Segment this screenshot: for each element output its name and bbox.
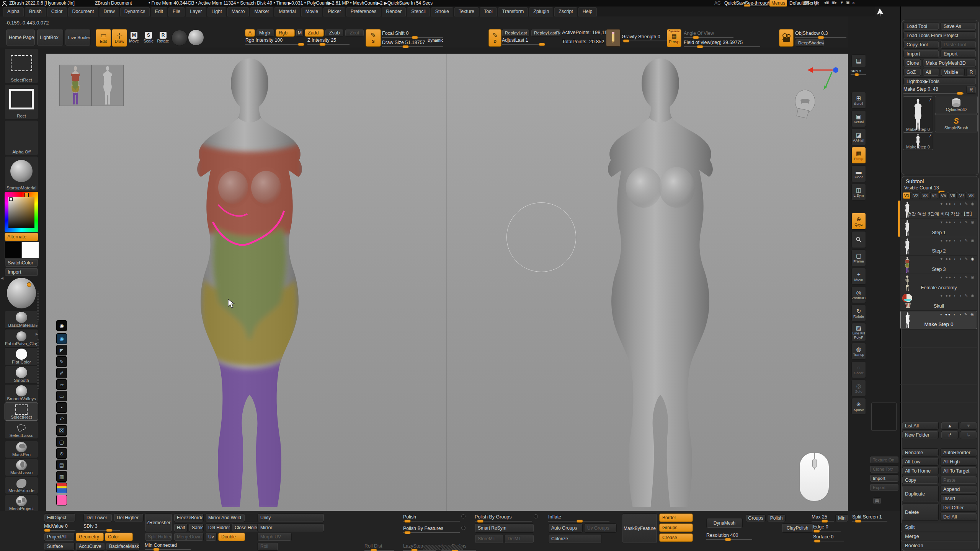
gravity-strength-knob[interactable] [623,39,629,42]
eye-icon[interactable]: ◉ [970,312,975,316]
menu-file[interactable]: File [168,7,185,16]
duplicate-button[interactable]: Duplicate [902,485,939,502]
scale-mode-button[interactable]: SScale [142,29,155,46]
menu-movie[interactable]: Movie [301,7,322,16]
split-screen-slider[interactable]: Split Screen 1 [852,514,887,522]
a-button[interactable]: A [245,29,255,37]
menu-preferences[interactable]: Preferences [346,7,381,16]
material-toggle-icon[interactable]: ◑ [959,238,962,243]
palette-view-button[interactable]: ◉ [56,333,67,344]
uvmap-icon[interactable]: ◐ [954,312,957,316]
brush-masklasso-tile[interactable]: MaskLasso [5,459,38,476]
del-higher-button[interactable]: Del Higher [114,514,144,522]
goz-r-button[interactable]: R [966,68,976,76]
menu-zplugin[interactable]: Zplugin [529,7,553,16]
brush-icon[interactable]: ✎ [965,238,969,243]
adjust-last-slider[interactable]: AdjustLast 1 [502,37,545,45]
local-button[interactable] [851,231,866,248]
mirror-button[interactable]: Mirror [257,523,324,532]
sv-cursor[interactable] [9,197,13,201]
dynamesh-button[interactable]: DynaMesh [706,518,743,528]
brush-icon[interactable]: ✎ [964,312,968,316]
stroke-curve-button[interactable]: ✎S [366,29,381,47]
polish-by-features-toggle[interactable] [461,526,466,530]
flipdown-icon[interactable]: ▾ [940,312,943,316]
zoom3d-button[interactable]: ◎Zoom3D [851,286,866,303]
polypaint-icon[interactable]: ●● [946,202,952,206]
material-toggle-icon[interactable]: ◑ [959,257,962,261]
material-toggle-icon[interactable]: ◑ [959,312,962,316]
polish-mode-toggle[interactable] [461,514,466,518]
clay-polish-button[interactable]: ClayPolish [782,523,813,533]
dynamic-brush-button[interactable]: ✎D [488,29,501,47]
sdiv-knob[interactable] [106,529,113,532]
surface-slider[interactable]: Surface 0 [813,534,844,541]
material-clay-tile[interactable]: FabioPaiva_Clay2 [5,329,38,347]
mask-by-feature-button[interactable]: MaskByFeature [622,514,657,543]
material-basic-tile[interactable]: BasicMaterial [5,311,38,329]
polish-knob[interactable] [404,520,411,523]
move-view-button[interactable]: ＋Move [851,268,866,285]
list-all-button[interactable]: List All [902,422,939,430]
scroll-up-icon[interactable]: ▲ [439,546,443,549]
border-button[interactable]: Border [659,514,693,522]
hue-cursor[interactable] [24,193,29,197]
del-lower-button[interactable]: Del Lower [83,514,112,522]
flipdown-icon[interactable]: ▾ [941,220,943,224]
flipdown-icon[interactable]: ▾ [941,275,943,279]
palette-notes-button[interactable]: ▥ [56,471,67,482]
alternate-button[interactable]: Alternate [5,233,38,241]
menu-draw[interactable]: Draw [100,7,119,16]
palette-trash-button[interactable]: ⌧ [56,425,67,436]
polypaint-icon[interactable]: ●● [945,312,951,316]
goz-button[interactable]: GoZ [903,68,921,76]
mid-value-knob[interactable] [44,529,51,532]
menu-transform[interactable]: Transform [498,7,528,16]
draw-mode-button[interactable]: -¦-Draw [112,29,127,47]
edge-slider[interactable]: Edge 0 [813,524,841,531]
lightbox-tools-button[interactable]: Lightbox▶Tools [903,77,976,85]
linefill-button[interactable]: ▨Line FillPolyF [851,323,866,341]
uv-button[interactable]: Uv [205,533,217,541]
menu-macro[interactable]: Macro [227,7,249,16]
tool-simplebrush[interactable]: S SimpleBrush [935,114,978,132]
all-to-home-button[interactable]: All To Home [902,467,939,475]
alpha-picker-tile[interactable]: Alpha Off [5,120,38,155]
min-button[interactable]: Min [835,514,848,522]
max-slider[interactable]: Max 25 [812,514,834,522]
menu-document[interactable]: Document [68,7,98,16]
lightbox-button[interactable]: LightBox [37,29,64,46]
flipdown-icon[interactable]: ▾ [941,238,943,243]
all-low-button[interactable]: All Low [902,458,939,466]
polypaint-icon[interactable]: ●● [946,238,952,243]
live-boolean-button[interactable]: Live Boolean [65,29,91,46]
replay-last-button[interactable]: ReplayLast [502,29,529,37]
eye-icon[interactable]: ◉ [971,257,975,261]
focal-shift-slider[interactable]: Focal Shift 0 [382,31,443,38]
subtool-row-1[interactable]: ▾●●◐◑✎◉ 15강 여성 3단계 바디 각상 - [등] [900,201,977,219]
panel-resize-scrollbar[interactable]: ▲▼ [423,545,463,550]
menu-material[interactable]: Material [274,7,300,16]
edit-mode-button[interactable]: ▭Edit [96,29,111,47]
zsub-button[interactable]: Zsub [325,29,344,37]
uvmap-icon[interactable]: ◐ [954,257,957,261]
clone-button[interactable]: Clone [903,59,921,67]
palette-undo-button[interactable]: ↶ [56,414,67,424]
aahalf-button[interactable]: ◪AAHalf [851,129,866,145]
home-page-button[interactable]: Home Page [6,29,35,46]
transp-button[interactable]: ◍Transp [851,343,866,360]
min-connected-slider[interactable]: Min Connected [145,543,191,550]
texture-import-button[interactable]: Import [870,474,899,482]
subtool-tab-v8[interactable]: V8 [967,192,975,199]
material-picker-tile[interactable]: StartupMaterial [5,156,38,191]
rotate-view-button[interactable]: ↻Rotate [851,305,866,321]
all-high-button[interactable]: All High [940,458,977,466]
current-tool-thumbnail[interactable]: 7 Make Step 0 [903,96,933,132]
zremesher-button[interactable]: ZRemesher [145,514,172,532]
accucurve-button[interactable]: AccuCurve [76,542,105,551]
max-knob[interactable] [822,520,828,523]
dynamic-label[interactable]: Dynamic [428,38,444,42]
tool-export-button[interactable]: Export [941,50,976,58]
ac-button[interactable]: AC [714,0,721,6]
brush-icon[interactable]: ✎ [965,293,969,298]
